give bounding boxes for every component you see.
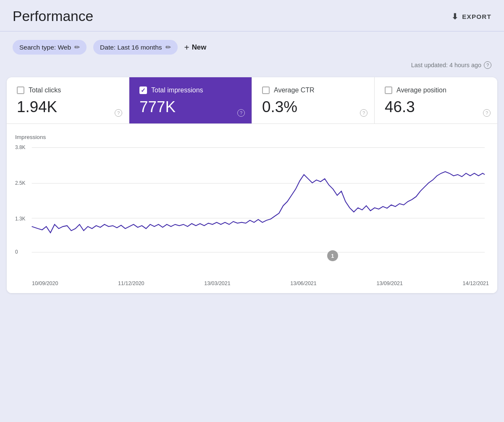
- filters-bar: Search type: Web ✏ Date: Last 16 months …: [0, 40, 504, 59]
- chart-x-labels: 10/09/2020 11/12/2020 13/03/2021 13/06/2…: [15, 277, 489, 286]
- y-tick-38k: 3.8K: [15, 144, 25, 150]
- last-updated-text: Last updated: 4 hours ago: [411, 62, 481, 68]
- header-divider: [0, 31, 504, 31]
- export-label: EXPORT: [462, 13, 491, 20]
- total-clicks-help-icon[interactable]: ?: [115, 109, 122, 117]
- chart-y-label: Impressions: [15, 134, 489, 140]
- export-button[interactable]: ⬇ EXPORT: [452, 12, 491, 21]
- metrics-row: Total clicks 1.94K ? Total impressions 7…: [7, 77, 497, 124]
- date-label: Date: Last 16 months: [100, 44, 162, 51]
- total-impressions-checkbox[interactable]: [139, 86, 147, 94]
- new-filter-label: New: [192, 43, 207, 52]
- impressions-line: [32, 172, 485, 233]
- chart-container: 3.8K 2.5K 1.3K 0 1: [15, 143, 489, 277]
- average-position-checkbox[interactable]: [385, 86, 392, 94]
- last-updated-bar: Last updated: 4 hours ago ?: [0, 59, 504, 77]
- search-type-edit-icon: ✏: [74, 43, 80, 51]
- total-impressions-help-icon[interactable]: ?: [237, 109, 245, 117]
- y-tick-0: 0: [15, 249, 18, 255]
- average-position-value: 46.3: [385, 98, 487, 116]
- x-label-6: 14/12/2021: [463, 280, 489, 286]
- chart-svg: 3.8K 2.5K 1.3K 0: [15, 143, 489, 265]
- metric-total-impressions[interactable]: Total impressions 777K ?: [129, 77, 252, 123]
- date-edit-icon: ✏: [165, 43, 171, 51]
- x-label-4: 13/06/2021: [290, 280, 316, 286]
- metric-average-ctr[interactable]: Average CTR 0.3% ?: [252, 77, 375, 123]
- total-clicks-checkbox[interactable]: [17, 86, 24, 94]
- total-impressions-value: 777K: [139, 98, 242, 116]
- x-label-3: 13/03/2021: [204, 280, 230, 286]
- main-card: Total clicks 1.94K ? Total impressions 7…: [7, 77, 497, 293]
- export-icon: ⬇: [452, 12, 459, 21]
- x-label-5: 13/09/2021: [376, 280, 402, 286]
- total-clicks-value: 1.94K: [17, 98, 119, 116]
- page-header: Performance ⬇ EXPORT: [0, 0, 504, 31]
- page-title: Performance: [13, 8, 93, 24]
- metric-total-clicks[interactable]: Total clicks 1.94K ?: [7, 77, 129, 123]
- annotation-badge[interactable]: 1: [327, 250, 338, 261]
- x-label-2: 11/12/2020: [118, 280, 144, 286]
- total-clicks-label: Total clicks: [29, 86, 61, 94]
- average-ctr-label: Average CTR: [274, 86, 315, 94]
- search-type-label: Search type: Web: [19, 44, 71, 51]
- total-impressions-label: Total impressions: [151, 86, 203, 94]
- average-ctr-value: 0.3%: [262, 98, 364, 116]
- average-position-label: Average position: [396, 86, 446, 94]
- y-tick-25k: 2.5K: [15, 180, 25, 186]
- x-label-1: 10/09/2020: [32, 280, 58, 286]
- search-type-filter[interactable]: Search type: Web ✏: [13, 40, 87, 55]
- plus-icon: +: [184, 42, 189, 52]
- average-position-help-icon[interactable]: ?: [483, 109, 491, 117]
- last-updated-help-icon[interactable]: ?: [484, 61, 491, 69]
- average-ctr-help-icon[interactable]: ?: [360, 109, 368, 117]
- date-filter[interactable]: Date: Last 16 months ✏: [93, 40, 177, 55]
- chart-area: Impressions 3.8K 2.5K 1.3K 0 1: [7, 124, 497, 293]
- y-tick-13k: 1.3K: [15, 216, 25, 222]
- average-ctr-checkbox[interactable]: [262, 86, 270, 94]
- new-filter-button[interactable]: + New: [184, 42, 207, 52]
- metric-average-position[interactable]: Average position 46.3 ?: [375, 77, 497, 123]
